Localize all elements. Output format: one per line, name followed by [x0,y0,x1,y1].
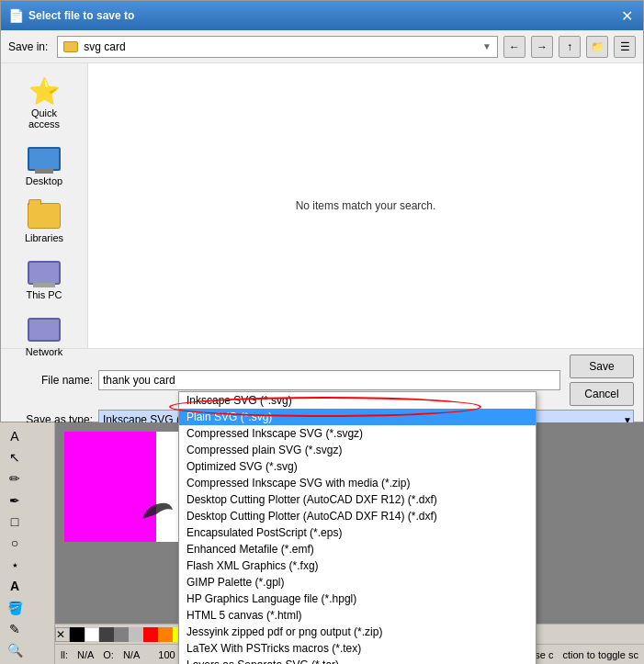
dropdown-item-compressed-plain-svg[interactable]: Compressed plain SVG (*.svgz) [179,442,536,458]
sidebar-item-this-pc[interactable]: This PC [7,254,81,304]
libraries-icon [26,201,62,231]
dropdown-item-compressed-inkscape-svg-zip[interactable]: Compressed Inkscape SVG with media (*.zi… [179,475,536,491]
title-bar: 📄 Select file to save to ✕ [1,1,643,30]
dropdown-item-layers-separate[interactable]: Layers as Separate SVG (*.tar) [179,657,536,664]
inkscape-tool-gradient[interactable]: ✎ [4,619,26,638]
color-swatch[interactable]: ✕ [55,627,70,642]
dropdown-item-latex-pstricks[interactable]: LaTeX With PSTricks macros (*.tex) [179,640,536,657]
dropdown-item-html5[interactable]: HTML 5 canvas (*.html) [179,607,536,624]
save-dialog: 📄 Select file to save to ✕ Save in: svg … [0,0,644,422]
dropdown-item-hpgl[interactable]: HP Graphics Language file (*.hpgl) [179,591,536,607]
dropdown-item-fxg[interactable]: Flash XML Graphics (*.fxg) [179,557,536,574]
inkscape-tool-star[interactable]: ⋆ [4,555,26,574]
views-button[interactable]: ☰ [614,36,636,58]
fill-value: N/A [77,649,94,660]
dialog-icon: 📄 [8,8,23,23]
color-swatch-white[interactable] [85,627,99,642]
dropdown-item-emf[interactable]: Enhanced Metafile (*.emf) [179,541,536,557]
inkscape-tool-rect[interactable]: □ [4,512,26,531]
sidebar: ⭐ Quick access Desktop Libraries [1,63,88,348]
filename-input[interactable] [98,370,560,390]
network-icon [26,315,62,344]
sidebar-item-quick-access[interactable]: ⭐ Quick access [7,73,81,133]
sidebar-item-network[interactable]: Network [7,311,81,361]
color-swatch-gray1[interactable] [99,627,114,642]
location-dropdown[interactable]: svg card ▼ [57,36,498,58]
sidebar-item-label: This PC [26,289,62,300]
folder-icon [63,41,78,52]
inkscape-tool-text[interactable]: A [4,577,26,596]
action-buttons: Save Cancel [570,355,634,406]
sidebar-item-label: Desktop [26,175,62,186]
stroke-value: N/A [123,649,140,660]
inkscape-tool-fill[interactable]: 🪣 [4,598,26,617]
dropdown-item-gpl[interactable]: GIMP Palette (*.gpl) [179,574,536,591]
empty-message: No items match your search. [296,199,436,212]
file-list: No items match your search. [88,63,643,348]
dropdown-item-inkscape-svg[interactable]: Inkscape SVG (*.svg) [179,392,536,409]
color-swatch-gray2[interactable] [114,627,129,642]
fill-label: ll: [61,649,68,660]
dropdown-item-desktop-cutter-r12[interactable]: Desktop Cutting Plotter (AutoCAD DXF R12… [179,491,536,508]
sidebar-item-desktop[interactable]: Desktop [7,141,81,190]
color-swatch-gray3[interactable] [129,627,143,642]
dropdown-item-desktop-cutter-r14[interactable]: Desktop Cutting Plotter (AutoCAD DXF R14… [179,508,536,524]
dropdown-item-jessyink[interactable]: Jessyink zipped pdf or png output (*.zip… [179,624,536,640]
this-pc-icon [26,258,62,287]
file-type-dropdown[interactable]: Inkscape SVG (*.svg) Plain SVG (*.svg) C… [178,391,537,664]
dialog-title: Select file to save to [28,9,617,22]
sidebar-item-label: Libraries [25,232,63,243]
forward-button[interactable]: → [531,36,553,58]
inkscape-tool-circle[interactable]: ○ [4,534,26,553]
up-button[interactable]: ↑ [559,36,581,58]
dropdown-item-optimized-svg[interactable]: Optimized SVG (*.svg) [179,458,536,475]
back-button[interactable]: ← [503,36,525,58]
zoom-value: 100 [158,649,175,660]
color-swatch-black[interactable] [70,627,85,642]
cancel-button[interactable]: Cancel [570,382,634,406]
desktop-icon [26,144,62,174]
inkscape-tool-pen[interactable]: ✒ [4,490,26,510]
canvas-paper [64,432,184,542]
close-button[interactable]: ✕ [617,6,636,25]
new-folder-button[interactable]: 📁 [586,36,608,58]
dropdown-item-compressed-inkscape-svg[interactable]: Compressed Inkscape SVG (*.svgz) [179,425,536,442]
inkscape-tool-pencil[interactable]: ✏ [4,469,26,489]
dropdown-item-plain-svg[interactable]: Plain SVG (*.svg) [179,409,536,425]
sidebar-item-libraries[interactable]: Libraries [7,197,81,247]
inkscape-tool-zoom[interactable]: 🔍 [4,641,26,660]
color-swatch-orange[interactable] [158,627,173,642]
sidebar-item-label: Quick access [15,107,73,129]
filename-label: File name: [10,374,93,387]
save-button[interactable]: Save [570,355,634,378]
action-hint: ction to toggle sc [562,649,638,660]
color-swatch-red[interactable] [143,627,158,642]
content-area: ⭐ Quick access Desktop Libraries [1,63,643,348]
inkscape-tool-select[interactable]: A [4,426,26,445]
inkscape-tool-arrow[interactable]: ↖ [4,447,26,467]
quick-access-icon: ⭐ [26,76,62,106]
canvas-magenta-shape [64,432,156,542]
location-text: svg card [84,40,479,53]
chevron-down-icon: ▼ [482,41,491,51]
save-in-label: Save in: [8,40,48,53]
inkscape-tool-panel: A ↖ ✏ ✒ □ ○ ⋆ A 🪣 ✎ 🔍 [0,422,55,664]
toolbar: Save in: svg card ▼ ← → ↑ 📁 ☰ [1,30,643,63]
stroke-label: O: [103,649,114,660]
dropdown-item-eps[interactable]: Encapsulated PostScript (*.eps) [179,524,536,541]
